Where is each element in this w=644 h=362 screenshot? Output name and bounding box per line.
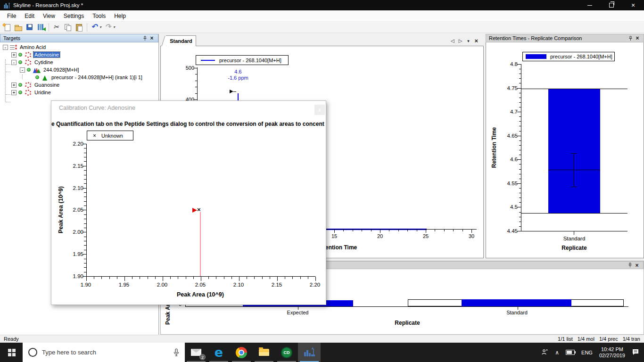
taskbar-mail-button[interactable]: 2: [185, 343, 207, 362]
tree-expander[interactable]: +: [11, 82, 17, 88]
menu-item[interactable]: Edit: [20, 11, 39, 21]
tree-expander[interactable]: -: [20, 67, 25, 73]
open-file-icon[interactable]: [13, 23, 24, 32]
chevron-down-icon[interactable]: [466, 38, 470, 43]
peak-area-bar-standard[interactable]: [462, 299, 571, 306]
tree-item[interactable]: + Uridine: [0, 89, 158, 96]
tree-item-label[interactable]: Uridine: [33, 90, 52, 95]
status-dot-icon: [27, 68, 31, 72]
cortana-icon[interactable]: [28, 348, 37, 357]
menu-item[interactable]: Settings: [59, 11, 88, 21]
minimize-button[interactable]: [579, 0, 601, 10]
tree-expander[interactable]: -: [11, 60, 17, 65]
dropdown-caret-icon[interactable]: [99, 25, 101, 29]
dialog-message: e Quantification tab on the Peptide Sett…: [51, 121, 326, 128]
paste-icon[interactable]: [74, 23, 84, 32]
language-indicator[interactable]: ENG: [581, 350, 593, 355]
dialog-close-button[interactable]: x: [314, 105, 325, 115]
tree-item-label[interactable]: Adenosine: [33, 52, 60, 58]
pin-icon[interactable]: [141, 36, 149, 41]
taskbar-chrome-button[interactable]: [230, 343, 253, 362]
tree-item[interactable]: - 244.0928[M+H]: [0, 66, 158, 74]
tree-item[interactable]: - Amino Acid: [0, 43, 158, 51]
tree-item[interactable]: + Guanosine: [0, 81, 158, 89]
dialog-title: Calibration Curve: Adenosine: [59, 105, 135, 111]
peak-green-icon: [41, 74, 49, 81]
retention-legend: precursor - 268.1040[M+H]: [522, 52, 615, 61]
microphone-icon[interactable]: [173, 348, 179, 357]
start-button[interactable]: [0, 343, 23, 362]
close-icon[interactable]: ×: [634, 262, 640, 269]
restore-button[interactable]: [601, 0, 622, 10]
copy-icon[interactable]: [63, 23, 73, 32]
tick-label: 1.90: [67, 282, 105, 288]
close-icon[interactable]: [474, 37, 478, 44]
tree-expander[interactable]: +: [11, 90, 17, 95]
count-badge: 1/4 prec: [599, 336, 618, 342]
tree-item[interactable]: + Adenosine: [0, 51, 158, 58]
pin-icon[interactable]: [627, 36, 634, 41]
tree-item-label[interactable]: 244.0928[M+H]: [42, 67, 80, 73]
x-axis: [521, 231, 627, 231]
menu-item[interactable]: View: [39, 11, 59, 21]
menu-item[interactable]: Help: [110, 11, 130, 21]
import-results-icon[interactable]: [36, 23, 46, 32]
scroll-right-icon[interactable]: [459, 38, 462, 43]
people-icon[interactable]: [541, 348, 548, 357]
tree-item[interactable]: precursor - 244.0928[M+H] (irank 1)[i 1]: [0, 74, 158, 81]
battery-icon[interactable]: [566, 350, 575, 355]
retention-panel-title: Retention Times - Replicate Comparison: [489, 35, 627, 41]
dropdown-caret-icon[interactable]: [113, 25, 115, 29]
cut-icon[interactable]: [51, 23, 62, 32]
targets-tree: - Amino Acid + Adenosine - Cytidin: [0, 43, 158, 96]
menu-item[interactable]: Tools: [88, 11, 110, 21]
tree-item-label[interactable]: Cytidine: [33, 59, 54, 65]
menu-item[interactable]: File: [3, 11, 20, 21]
tree-expander[interactable]: +: [11, 52, 17, 58]
x-axis-title: Replicate: [551, 245, 598, 251]
status-text: Ready: [4, 336, 558, 342]
taskbar-explorer-button[interactable]: [253, 343, 275, 362]
skyline-icon: [303, 346, 315, 359]
tree-item-label[interactable]: Amino Acid: [19, 44, 47, 50]
minimize-icon: [587, 5, 592, 6]
close-icon[interactable]: ×: [634, 35, 641, 41]
pin-icon[interactable]: [626, 263, 634, 268]
save-icon[interactable]: [25, 23, 35, 32]
taskbar-search-input[interactable]: Type here to search: [23, 343, 185, 362]
action-center-icon[interactable]: [632, 348, 639, 357]
tree-guide-line: [5, 59, 6, 102]
separator[interactable]: [87, 23, 87, 32]
tick-label: 2.10: [220, 282, 258, 288]
new-document-icon[interactable]: [2, 23, 12, 32]
calibration-curve-dialog: Calibration Curve: Adenosine x e Quantif…: [51, 100, 326, 305]
taskbar-chemdraw-button[interactable]: CD: [275, 343, 298, 362]
tree-item-label[interactable]: Guanosine: [33, 82, 60, 88]
unknown-point-drop-line: [200, 212, 201, 276]
targets-panel-title: Targets: [3, 35, 141, 41]
status-dot-icon: [18, 90, 22, 94]
retention-time-bar[interactable]: [548, 89, 600, 213]
close-button[interactable]: ×: [622, 0, 644, 10]
peak-pointer-line: [233, 91, 236, 92]
taskbar-skyline-button[interactable]: [298, 343, 321, 362]
tray-expand-icon[interactable]: [555, 349, 559, 356]
scroll-left-icon[interactable]: [451, 38, 454, 43]
y-axis-minor-ticks: [519, 64, 521, 231]
tree-guide-line: [31, 82, 31, 87]
peak-rt-label: 4.6: [219, 69, 257, 75]
status-dot-icon: [18, 83, 22, 87]
separator[interactable]: [49, 23, 49, 32]
tree-expander[interactable]: -: [3, 45, 8, 50]
tree-item-label[interactable]: precursor - 244.0928[M+H] (irank 1)[i 1]: [50, 74, 143, 80]
tick-label: 4.8: [493, 52, 518, 76]
tab-standard[interactable]: Standard: [166, 35, 196, 46]
legend-bar-swatch: [526, 54, 546, 59]
tree-item[interactable]: - Cytidine: [0, 58, 158, 66]
taskbar-edge-button[interactable]: [207, 343, 230, 362]
undo-icon[interactable]: [90, 23, 102, 32]
unknown-point-marker[interactable]: [197, 206, 201, 213]
redo-icon[interactable]: [103, 23, 116, 32]
clock[interactable]: 10:42 PM 02/27/2019: [599, 346, 625, 359]
close-icon[interactable]: ×: [149, 35, 155, 41]
